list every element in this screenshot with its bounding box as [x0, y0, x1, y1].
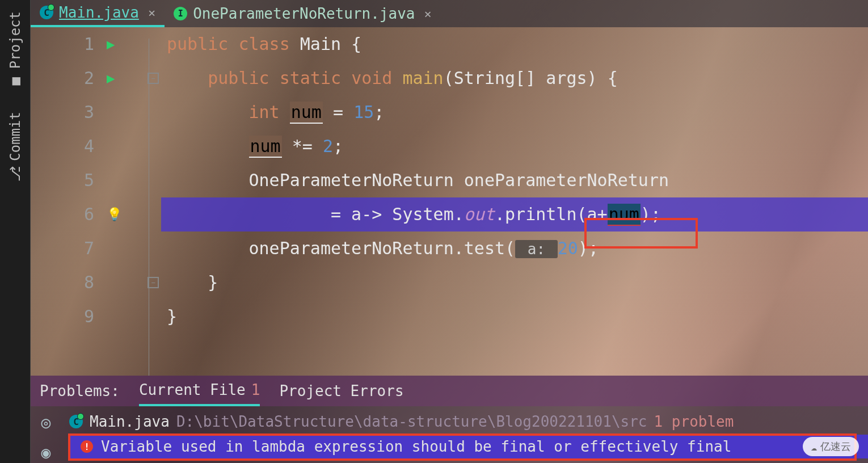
tab-current-file[interactable]: Current File 1	[139, 376, 260, 406]
commit-icon: ⎇	[7, 166, 23, 182]
fold-guide	[149, 39, 149, 376]
line-number[interactable]: 2	[31, 61, 104, 95]
problems-label: Problems:	[40, 382, 120, 399]
code-line-2[interactable]: public static void main(String[] args) {	[161, 61, 868, 95]
target-icon[interactable]: ◎	[41, 413, 51, 432]
tab-label: OneParameterNoReturn.java	[193, 5, 415, 22]
error-msg-highlight-box	[68, 433, 857, 461]
project-errors-label: Project Errors	[279, 382, 403, 399]
code-line-3[interactable]: int num = 15;	[161, 95, 868, 129]
code-line-6[interactable]: = a-> System.out.println(a+num);	[161, 197, 868, 232]
code-line-4[interactable]: num *= 2;	[161, 129, 868, 163]
tab-oneparam[interactable]: I OneParameterNoReturn.java ×	[165, 0, 441, 27]
commit-tool[interactable]: ⎇ Commit	[7, 100, 23, 193]
line-number[interactable]: 5	[31, 163, 104, 197]
line-number[interactable]: 8	[31, 266, 104, 300]
code-line-1[interactable]: public class Main {	[161, 27, 868, 61]
watermark-text: 亿速云	[820, 440, 851, 453]
editor[interactable]: 1 2 3 4 5 6 7 8 9 ▶ ▶− 💡 − public class …	[31, 27, 868, 376]
cloud-icon: ☁	[811, 441, 817, 453]
code-line-7[interactable]: oneParameterNoReturn.test( a: 20);	[161, 232, 868, 266]
code-line-9[interactable]: }	[161, 300, 868, 334]
interface-icon: I	[174, 7, 187, 20]
close-icon[interactable]: ×	[424, 7, 431, 21]
tab-label: Main.java	[59, 4, 139, 21]
line-number[interactable]: 3	[31, 95, 104, 129]
watermark: ☁ 亿速云	[803, 437, 859, 456]
line-number[interactable]: 9	[31, 300, 104, 334]
run-icon[interactable]: ▶	[107, 27, 115, 61]
class-icon: C	[69, 415, 83, 428]
eye-icon[interactable]: ◉	[41, 443, 51, 462]
commit-label: Commit	[7, 112, 23, 161]
fold-icon[interactable]: −	[148, 277, 159, 288]
gutter: 1 2 3 4 5 6 7 8 9	[31, 27, 104, 376]
project-label: Project	[7, 11, 23, 69]
line-number[interactable]: 6	[31, 197, 104, 232]
problems-panel: ◎ ◉ C Main.java D:\bit\DataStructure\dat…	[31, 406, 868, 463]
folder-icon: ■	[7, 73, 23, 89]
code-line-8[interactable]: }	[161, 266, 868, 300]
main-area: C Main.java × I OneParameterNoReturn.jav…	[31, 0, 868, 463]
tab-bar: C Main.java × I OneParameterNoReturn.jav…	[31, 0, 868, 27]
problem-file-path: D:\bit\DataStructure\data-structure\Blog…	[176, 413, 647, 430]
problems-bar: Problems: Current File 1 Project Errors	[31, 376, 868, 406]
problem-file-name: Main.java	[90, 413, 170, 430]
line-number[interactable]: 7	[31, 232, 104, 266]
run-icon[interactable]: ▶	[107, 61, 115, 95]
line-number[interactable]: 1	[31, 27, 104, 61]
project-tool[interactable]: ■ Project	[7, 0, 23, 100]
tab-project-errors[interactable]: Project Errors	[279, 376, 403, 406]
current-file-label: Current File	[139, 381, 246, 398]
fold-icon[interactable]: −	[148, 73, 159, 84]
line-number[interactable]: 4	[31, 129, 104, 163]
class-icon: C	[40, 6, 53, 19]
current-file-count: 1	[251, 381, 260, 398]
left-toolbar: ■ Project ⎇ Commit	[0, 0, 31, 463]
code-line-5[interactable]: OneParameterNoReturn oneParameterNoRetur…	[161, 163, 868, 197]
panel-toolbar: ◎ ◉	[31, 406, 61, 463]
intention-bulb-icon[interactable]: 💡	[107, 197, 122, 232]
problem-count: 1 problem	[654, 413, 734, 430]
tab-main-java[interactable]: C Main.java ×	[31, 0, 165, 27]
close-icon[interactable]: ×	[148, 6, 155, 20]
gutter-icons: ▶ ▶− 💡 −	[104, 27, 161, 376]
problem-file-row[interactable]: C Main.java D:\bit\DataStructure\data-st…	[69, 411, 868, 432]
code-area[interactable]: public class Main { public static void m…	[161, 27, 868, 376]
error-highlight-box	[584, 218, 698, 249]
